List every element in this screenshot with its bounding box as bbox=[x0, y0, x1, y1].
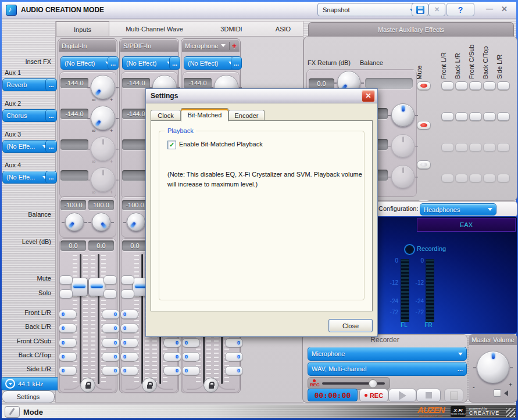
back-ctop-route-button[interactable] bbox=[483, 143, 496, 152]
back-lr-left-button[interactable]: 0 bbox=[59, 324, 77, 333]
balance-right-knob[interactable] bbox=[92, 213, 110, 231]
resize-grip[interactable] bbox=[506, 408, 515, 417]
side-lr-right-button[interactable]: 0 bbox=[163, 366, 181, 375]
aux1-effect-button[interactable]: Reverb bbox=[2, 78, 51, 91]
back-ctop-left-button[interactable]: 0 bbox=[182, 352, 200, 361]
aux4-effect-select[interactable]: (No Effe... bbox=[2, 171, 51, 184]
help-button[interactable]: ? bbox=[446, 3, 474, 16]
side-lr-left-button[interactable]: 0 bbox=[182, 366, 200, 375]
channel-lock-button[interactable] bbox=[80, 378, 95, 393]
window-close-button[interactable]: ✕ bbox=[501, 5, 508, 13]
dialog-tab-encoder[interactable]: Encoder bbox=[228, 110, 265, 121]
record-level-handle[interactable] bbox=[369, 379, 377, 388]
back-ctop-right-button[interactable]: 0 bbox=[102, 352, 120, 361]
aux-mute-led[interactable] bbox=[417, 121, 431, 130]
balance-left-knob[interactable] bbox=[65, 213, 84, 231]
front-csub-route-button[interactable] bbox=[469, 174, 482, 182]
side-lr-route-button[interactable] bbox=[497, 81, 510, 90]
mute-right-button[interactable] bbox=[103, 275, 117, 285]
front-csub-left-button[interactable]: 0 bbox=[59, 338, 77, 347]
solo-right-button[interactable] bbox=[103, 289, 117, 299]
stop-button[interactable] bbox=[416, 389, 441, 402]
back-ctop-right-button[interactable]: 0 bbox=[225, 352, 243, 361]
minimize-button[interactable]: — bbox=[486, 5, 493, 13]
aux1-send-knob[interactable] bbox=[91, 75, 115, 99]
add-input-button[interactable]: + bbox=[232, 41, 237, 51]
speaker-mute-checkbox[interactable] bbox=[494, 389, 501, 397]
fx-balance-slider[interactable] bbox=[365, 78, 413, 89]
back-ctop-route-button[interactable] bbox=[483, 174, 496, 182]
front-csub-right-button[interactable]: 0 bbox=[163, 338, 181, 347]
mute-left-button[interactable] bbox=[121, 275, 134, 285]
front-csub-left-button[interactable]: 0 bbox=[182, 338, 200, 347]
front-csub-right-button[interactable]: 0 bbox=[225, 338, 243, 347]
balance-left-knob[interactable] bbox=[127, 213, 145, 231]
strip-header-select[interactable]: Microphone + bbox=[182, 40, 240, 52]
effect-select[interactable]: (No Effect) bbox=[60, 56, 114, 70]
mute-left-button[interactable] bbox=[59, 275, 73, 285]
sample-rate-button[interactable]: 44.1 kHz bbox=[1, 377, 62, 390]
delete-snapshot-button[interactable]: ✕ bbox=[428, 3, 445, 16]
aux1-options-button[interactable]: ... bbox=[45, 78, 57, 91]
tab-3dmidi[interactable]: 3DMIDI bbox=[199, 21, 263, 37]
fx-mute-led[interactable] bbox=[417, 81, 431, 90]
settings-button[interactable]: Settings bbox=[2, 390, 55, 403]
front-csub-route-button[interactable] bbox=[469, 81, 482, 90]
front-lr-route-button[interactable] bbox=[441, 112, 454, 121]
aux2-effect-button[interactable]: Chorus bbox=[2, 109, 51, 122]
solo-left-button[interactable] bbox=[121, 289, 134, 299]
side-lr-left-button[interactable]: 0 bbox=[120, 366, 138, 375]
recorder-format-button[interactable]: WAV, Multi-channel ... bbox=[308, 362, 467, 376]
effect-select[interactable]: (No Effect) bbox=[122, 56, 176, 70]
aux-balance-knob[interactable] bbox=[391, 103, 415, 127]
back-lr-route-button[interactable] bbox=[455, 112, 468, 121]
play-button[interactable] bbox=[388, 389, 416, 402]
snapshot-select[interactable]: Snapshot bbox=[317, 3, 420, 16]
file-list-button[interactable] bbox=[444, 389, 463, 402]
dialog-tab-bit-matched[interactable]: Bit-Matched bbox=[181, 108, 228, 121]
side-lr-right-button[interactable]: 0 bbox=[102, 366, 120, 375]
aux2-options-button[interactable]: ... bbox=[45, 109, 57, 122]
back-lr-left-button[interactable]: 0 bbox=[120, 324, 138, 333]
solo-left-button[interactable] bbox=[59, 289, 73, 299]
mode-button[interactable]: Mode bbox=[5, 406, 43, 418]
effect-select[interactable]: (No Effect) bbox=[184, 56, 237, 70]
front-lr-route-button[interactable] bbox=[441, 143, 454, 152]
aux3-effect-select[interactable]: (No Effe... bbox=[2, 140, 51, 153]
channel-lock-button[interactable] bbox=[203, 378, 219, 393]
back-lr-route-button[interactable] bbox=[455, 174, 468, 182]
save-snapshot-button[interactable] bbox=[412, 3, 428, 16]
back-ctop-left-button[interactable]: 0 bbox=[120, 352, 138, 361]
back-ctop-route-button[interactable] bbox=[483, 81, 496, 90]
side-lr-route-button[interactable] bbox=[497, 174, 510, 182]
side-lr-route-button[interactable] bbox=[497, 143, 510, 152]
front-csub-route-button[interactable] bbox=[469, 112, 482, 121]
aux3-send-knob[interactable] bbox=[91, 137, 115, 161]
configuration-select[interactable]: Headphones bbox=[420, 203, 496, 216]
front-csub-right-button[interactable]: 0 bbox=[102, 338, 120, 347]
back-lr-route-button[interactable] bbox=[455, 143, 468, 152]
back-lr-right-button[interactable]: 0 bbox=[102, 324, 120, 333]
aux2-send-knob[interactable] bbox=[91, 106, 115, 130]
front-lr-left-button[interactable]: 0 bbox=[59, 310, 77, 319]
aux-balance-knob[interactable] bbox=[391, 165, 415, 188]
recorder-source-select[interactable]: Microphone bbox=[308, 347, 467, 361]
front-lr-route-button[interactable] bbox=[441, 174, 454, 182]
front-csub-route-button[interactable] bbox=[469, 143, 482, 152]
side-lr-route-button[interactable] bbox=[497, 112, 510, 121]
record-button[interactable]: REC bbox=[359, 389, 388, 402]
master-volume-knob[interactable] bbox=[477, 351, 509, 383]
fader-handle-right[interactable] bbox=[88, 278, 105, 296]
front-lr-right-button[interactable]: 0 bbox=[102, 310, 120, 319]
dialog-tab-clock[interactable]: Clock bbox=[151, 110, 181, 121]
side-lr-left-button[interactable]: 0 bbox=[59, 366, 77, 375]
aux4-send-knob[interactable] bbox=[91, 167, 115, 192]
front-csub-left-button[interactable]: 0 bbox=[120, 338, 138, 347]
tab-multichannel-wave[interactable]: Multi-Channel Wave bbox=[109, 21, 199, 37]
tab-asio[interactable]: ASIO bbox=[263, 21, 303, 37]
back-ctop-route-button[interactable] bbox=[483, 112, 496, 121]
dialog-close-button[interactable]: Close bbox=[328, 319, 373, 332]
bit-matched-checkbox[interactable]: ✓ bbox=[167, 141, 176, 149]
effect-options-button[interactable]: ... bbox=[108, 56, 119, 70]
side-lr-right-button[interactable]: 0 bbox=[225, 366, 243, 375]
